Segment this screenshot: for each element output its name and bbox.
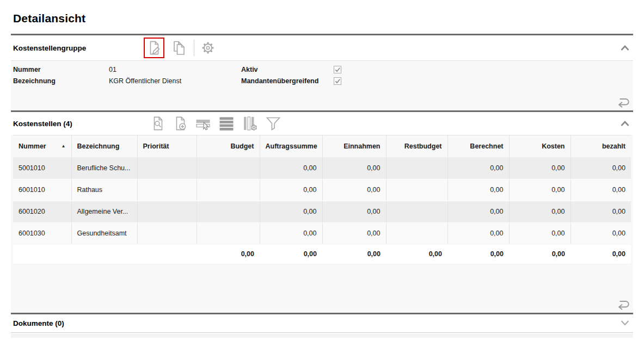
cell-kosten: 0,00	[509, 179, 571, 201]
column-header-budget[interactable]: Budget	[197, 135, 260, 157]
cell-bezeichnung: Berufliche Schu...	[71, 157, 137, 179]
column-header-nummer[interactable]: Nummer▲	[13, 135, 71, 157]
view-record-button[interactable]	[150, 115, 165, 132]
table-header-row: Nummer▲BezeichnungPrioritätBudgetAuftrag…	[13, 135, 631, 157]
group-fields: Nummer 01 Aktiv Bezeichnung KGR Öffentli…	[11, 61, 633, 85]
cell-restbudget	[386, 157, 447, 179]
aktiv-label: Aktiv	[241, 66, 334, 73]
cell-bezeichnung: Gesundheitsamt	[71, 222, 137, 244]
copy-icon	[170, 40, 187, 56]
cell-restbudget	[386, 222, 447, 244]
column-header-berechnet[interactable]: Berechnet	[447, 135, 509, 157]
section-title-kostenstellen: Kostenstellen (4)	[13, 120, 144, 128]
copy-button[interactable]	[170, 40, 187, 56]
column-header-bezeichnung[interactable]: Bezeichnung	[71, 135, 137, 157]
cell-budget	[197, 222, 260, 244]
section-title-dokumente: Dokumente (0)	[13, 319, 144, 327]
collapse-kostenstellen-button[interactable]	[619, 119, 631, 128]
mandanten-checkbox[interactable]	[334, 77, 341, 85]
select-rows-button[interactable]	[195, 115, 211, 132]
cell-prioritaet	[137, 179, 197, 201]
kostenstellen-undo-button[interactable]	[614, 298, 631, 311]
section-dokumente: Dokumente (0)	[11, 313, 633, 332]
select-rows-icon	[195, 115, 211, 132]
cell-prioritaet	[137, 222, 197, 244]
cell-bezahlt: 0,00	[571, 201, 631, 222]
total-prioritaet	[137, 244, 197, 264]
cell-kosten: 0,00	[509, 222, 571, 244]
cell-bezahlt: 0,00	[571, 222, 631, 244]
total-bezeichnung	[71, 244, 137, 264]
cell-budget	[197, 201, 260, 222]
cell-einnahmen: 0,00	[322, 222, 386, 244]
page-title: Detailansicht	[13, 11, 644, 26]
cell-bezeichnung: Allgemeine Ver...	[71, 201, 137, 222]
cell-budget	[197, 157, 260, 179]
settings-button[interactable]	[200, 40, 216, 56]
kostenstellen-toolbar	[144, 115, 289, 132]
cell-einnahmen: 0,00	[322, 157, 386, 179]
column-header-bezahlt[interactable]: bezahlt	[571, 135, 631, 157]
cell-budget	[197, 179, 260, 201]
kostenstellen-footer	[13, 264, 631, 313]
cell-kosten: 0,00	[509, 201, 571, 222]
cell-nummer: 6001030	[13, 222, 71, 244]
section-kostenstellengruppe: Kostenstellengruppe	[11, 34, 633, 110]
cell-auftragssumme: 0,00	[260, 222, 322, 244]
doc-search-icon	[150, 115, 165, 132]
cell-bezeichnung: Rathaus	[71, 179, 137, 201]
cell-bezahlt: 0,00	[571, 179, 631, 201]
column-header-einnahmen[interactable]: Einnahmen	[322, 135, 386, 157]
aktiv-checkbox[interactable]	[334, 66, 341, 73]
column-header-prioritaet[interactable]: Priorität	[137, 135, 197, 157]
total-einnahmen: 0,00	[322, 244, 386, 264]
cell-restbudget	[386, 201, 447, 222]
cell-prioritaet	[137, 201, 197, 222]
add-record-button[interactable]	[173, 115, 188, 132]
nummer-value: 01	[109, 66, 241, 73]
table-row[interactable]: 6001030Gesundheitsamt0,000,000,000,000,0…	[13, 222, 631, 244]
edit-icon	[146, 40, 162, 56]
section-kostenstellen: Kostenstellen (4)	[11, 110, 633, 313]
expand-dokumente-button[interactable]	[619, 319, 631, 327]
dokumente-collapsed-body	[11, 333, 633, 338]
chevron-up-icon	[620, 45, 630, 51]
column-settings-icon	[242, 115, 258, 132]
kostenstellen-body: Nummer▲BezeichnungPrioritätBudgetAuftrag…	[11, 135, 633, 313]
total-kosten: 0,00	[509, 244, 571, 264]
table-row[interactable]: 6001010Rathaus0,000,000,000,000,00	[13, 179, 631, 201]
filter-icon	[265, 115, 281, 132]
filter-button[interactable]	[265, 115, 281, 132]
kostenstellen-table: Nummer▲BezeichnungPrioritätBudgetAuftrag…	[13, 135, 631, 264]
cell-prioritaet	[137, 157, 197, 179]
column-header-kosten[interactable]: Kosten	[509, 135, 571, 157]
group-body: Nummer 01 Aktiv Bezeichnung KGR Öffentli…	[11, 61, 633, 110]
list-view-button[interactable]	[218, 115, 235, 132]
column-settings-button[interactable]	[242, 115, 258, 132]
cell-auftragssumme: 0,00	[260, 179, 322, 201]
table-row[interactable]: 5001010Berufliche Schu...0,000,000,000,0…	[13, 157, 631, 179]
chevron-up-icon	[620, 120, 630, 127]
sort-asc-icon: ▲	[62, 144, 66, 148]
cell-berechnet: 0,00	[447, 222, 509, 244]
bezeichnung-label: Bezeichnung	[13, 77, 109, 85]
cell-berechnet: 0,00	[447, 201, 509, 222]
return-arrow-icon	[614, 298, 631, 311]
total-bezahlt: 0,00	[571, 244, 631, 264]
cell-restbudget	[386, 179, 447, 201]
section-header-dokumente: Dokumente (0)	[11, 314, 633, 332]
total-berechnet: 0,00	[447, 244, 509, 264]
total-auftragssumme: 0,00	[260, 244, 322, 264]
total-budget: 0,00	[197, 244, 260, 264]
cell-einnahmen: 0,00	[322, 179, 386, 201]
edit-button[interactable]	[144, 38, 164, 58]
table-row[interactable]: 6001020Allgemeine Ver...0,000,000,000,00…	[13, 201, 631, 222]
column-header-auftragssumme[interactable]: Auftragssumme	[260, 135, 322, 157]
bezeichnung-value: KGR Öffentlicher Dienst	[109, 77, 241, 85]
collapse-group-button[interactable]	[619, 44, 631, 52]
chevron-down-icon	[620, 320, 630, 326]
group-undo-button[interactable]	[614, 96, 631, 108]
cell-nummer: 5001010	[13, 157, 71, 179]
column-header-restbudget[interactable]: Restbudget	[386, 135, 447, 157]
doc-add-icon	[173, 115, 188, 132]
